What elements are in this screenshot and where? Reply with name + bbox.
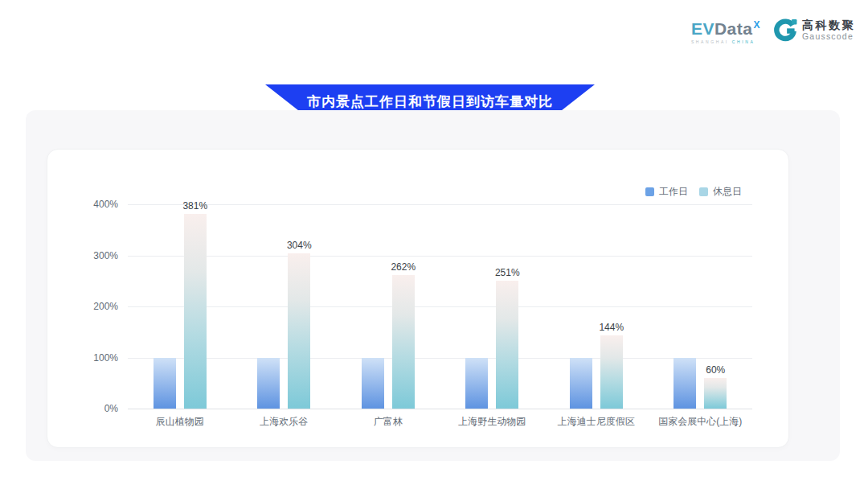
x-category-label: 辰山植物园 (128, 415, 232, 429)
y-tick-label: 400% (93, 199, 118, 210)
y-tick-label: 0% (104, 403, 118, 414)
x-category-label: 国家会展中心(上海) (649, 415, 753, 429)
y-tick-label: 200% (93, 301, 118, 312)
legend-label: 工作日 (659, 185, 688, 199)
x-category-label: 上海迪士尼度假区 (544, 415, 649, 429)
bar-restday[interactable]: 60% (704, 378, 727, 409)
bar-restday[interactable]: 262% (392, 275, 415, 409)
bar-restday[interactable]: 144% (600, 335, 623, 409)
chart-panel: 工作日休息日 400%300%200%100%0% 381%304%262%25… (26, 110, 840, 461)
bar-restday[interactable]: 251% (496, 281, 518, 409)
y-tick-label: 100% (93, 352, 118, 364)
gausscode-cn-label: 高科数聚 (802, 19, 855, 31)
x-category-label: 上海欢乐谷 (232, 415, 337, 429)
x-axis-line (128, 409, 752, 409)
gausscode-logo: 高科数聚 Gausscode (773, 18, 855, 43)
bar-value-label: 262% (391, 261, 416, 273)
legend-item[interactable]: 休息日 (699, 185, 742, 199)
bar-workday[interactable] (674, 358, 696, 409)
bar-value-label: 304% (287, 240, 312, 251)
bar-group: 381% (128, 204, 232, 409)
bar-value-label: 381% (182, 200, 207, 212)
bar-group: 262% (336, 204, 440, 409)
x-category-label: 广富林 (336, 415, 440, 429)
bar-group: 144% (544, 204, 649, 409)
legend-item[interactable]: 工作日 (645, 185, 688, 199)
bar-group: 304% (232, 204, 337, 409)
bar-value-label: 144% (599, 322, 624, 333)
gausscode-g-icon (773, 18, 797, 43)
evdata-logo: EVDataX SHANGHAI CHINA (691, 16, 760, 44)
legend-marker-icon (645, 187, 654, 196)
gausscode-en-label: Gausscode (802, 31, 855, 41)
bar-slots: 381%304%262%251%144%60% (128, 204, 752, 409)
y-tick-label: 300% (93, 250, 118, 261)
y-axis: 400%300%200%100%0% (47, 204, 118, 409)
legend-label: 休息日 (713, 185, 742, 199)
bar-restday[interactable]: 381% (184, 214, 207, 409)
evdata-subtext: SHANGHAI CHINA (691, 39, 755, 44)
bar-group: 60% (649, 204, 753, 409)
header-logos: EVDataX SHANGHAI CHINA 高科数聚 Gausscode (691, 16, 855, 44)
bar-value-label: 251% (495, 267, 520, 278)
plot-area: 381%304%262%251%144%60% (128, 204, 752, 409)
x-axis: 辰山植物园上海欢乐谷广富林上海野生动物园上海迪士尼度假区国家会展中心(上海) (128, 415, 752, 429)
gausscode-text: 高科数聚 Gausscode (802, 19, 855, 41)
bar-workday[interactable] (257, 358, 280, 409)
evdata-wordmark: EVDataX (691, 16, 760, 38)
chart-title: 市内景点工作日和节假日到访车量对比 (307, 92, 553, 111)
evdata-ev-text: EV (691, 19, 714, 38)
bar-restday[interactable]: 304% (288, 253, 310, 409)
page: EVDataX SHANGHAI CHINA 高科数聚 Gausscode 市内… (0, 0, 868, 489)
bar-workday[interactable] (362, 358, 384, 409)
legend-marker-icon (699, 187, 708, 196)
bar-workday[interactable] (570, 358, 592, 409)
x-category-label: 上海野生动物园 (440, 415, 545, 429)
evdata-data-text: Data (714, 19, 753, 38)
bar-group: 251% (440, 204, 545, 409)
bar-workday[interactable] (154, 358, 176, 409)
bar-workday[interactable] (465, 358, 488, 409)
evdata-x-icon: X (753, 19, 760, 31)
chart-card: 工作日休息日 400%300%200%100%0% 381%304%262%25… (47, 149, 789, 448)
legend: 工作日休息日 (645, 185, 742, 199)
bar-value-label: 60% (706, 364, 725, 376)
